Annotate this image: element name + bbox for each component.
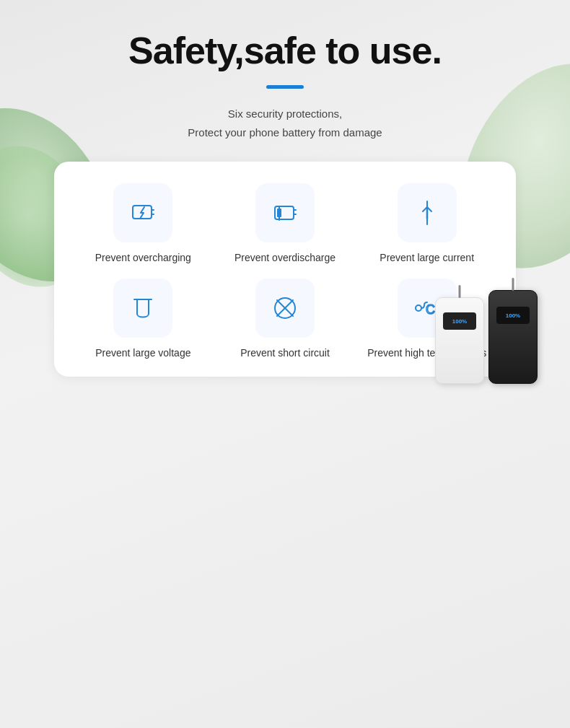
screen-white-text: 100%: [452, 318, 467, 325]
current-icon: [411, 197, 443, 229]
screen-black-text: 100%: [506, 312, 520, 319]
battery-lightning-icon: [127, 197, 159, 229]
overdischarge-icon-box: [255, 183, 315, 242]
page-title: Safety,safe to use.: [128, 29, 442, 72]
overcharging-label: Prevent overcharging: [95, 251, 191, 264]
accent-divider: [266, 85, 304, 89]
features-grid: Prevent overcharging Prevent overdischar…: [76, 183, 494, 359]
feature-large-voltage: Prevent large voltage: [76, 279, 211, 359]
overcharging-icon-box: [113, 183, 172, 242]
svg-point-18: [416, 305, 421, 311]
subtitle-line2: Protect your phone battery from damage: [188, 123, 382, 142]
circuit-icon: [269, 292, 301, 324]
battery-low-icon: [269, 197, 301, 229]
feature-large-current: Prevent large current: [359, 183, 494, 264]
short-circuit-icon-box: [255, 279, 315, 338]
device-container: 100% 100%: [435, 290, 538, 384]
features-card: Prevent overcharging Prevent overdischar…: [54, 162, 516, 377]
main-content: Safety,safe to use. Six security protect…: [0, 0, 570, 377]
short-circuit-label: Prevent short circuit: [240, 346, 330, 359]
svg-rect-6: [277, 209, 281, 217]
powerbank-black: 100%: [488, 290, 538, 384]
subtitle: Six security protections, Protect your p…: [188, 105, 382, 141]
cable-black: [512, 278, 514, 291]
powerbank-white: 100%: [435, 297, 484, 384]
voltage-icon: [127, 292, 159, 324]
feature-overdischarge: Prevent overdischarge: [218, 183, 353, 264]
feature-overcharging: Prevent overcharging: [76, 183, 211, 264]
large-voltage-icon-box: [113, 279, 172, 338]
overdischarge-label: Prevent overdischarge: [234, 251, 336, 264]
large-current-icon-box: [398, 183, 457, 242]
screen-white: 100%: [443, 312, 476, 330]
screen-black: 100%: [496, 307, 530, 324]
subtitle-line1: Six security protections,: [188, 105, 382, 123]
feature-short-circuit: Prevent short circuit: [218, 279, 353, 359]
large-voltage-label: Prevent large voltage: [95, 346, 190, 359]
large-current-label: Prevent large current: [380, 251, 474, 264]
svg-text:C: C: [426, 302, 435, 317]
cable-white: [459, 285, 461, 298]
